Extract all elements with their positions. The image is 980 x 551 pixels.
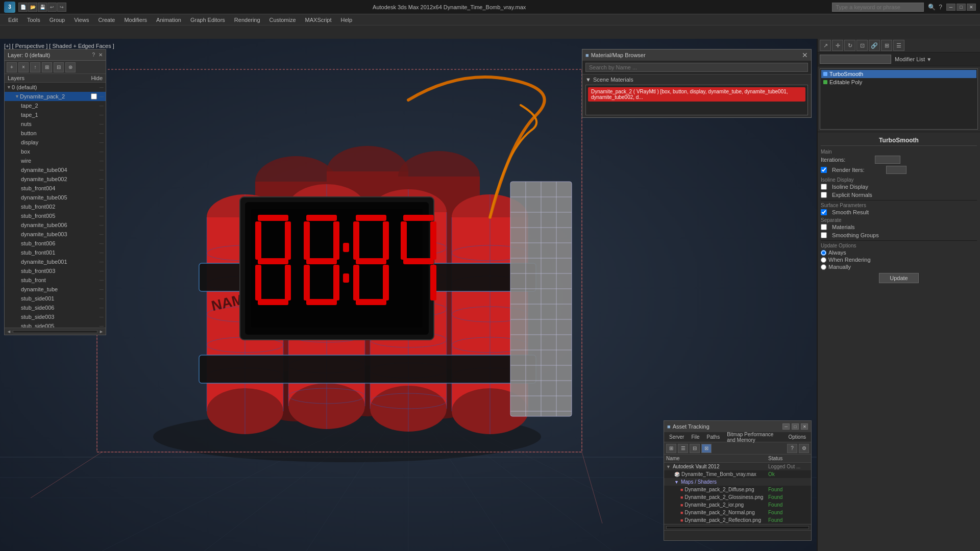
layer-item-dt[interactable]: dynamite_tube ··· bbox=[5, 285, 106, 294]
layer-item-sf003[interactable]: stub_front003 ··· bbox=[5, 266, 106, 276]
layer-item-wire[interactable]: wire ··· bbox=[5, 156, 106, 165]
mat-entry[interactable]: Dynamite_pack_2 ( VRayMtl ) [box, button… bbox=[588, 87, 805, 102]
at-settings-icon[interactable]: ⚙ bbox=[799, 444, 809, 453]
at-file-glossiness[interactable]: ■ Dynamite_pack_2_Glossiness.png Found bbox=[664, 493, 811, 501]
rp-move-icon[interactable]: ✛ bbox=[832, 40, 843, 51]
menu-modifiers[interactable]: Modifiers bbox=[120, 14, 151, 25]
layer-item-dt004[interactable]: dynamite_tube004 ··· bbox=[5, 165, 106, 174]
layers-move-up-button[interactable]: ↑ bbox=[30, 62, 40, 72]
layers-close-icon[interactable]: ✕ bbox=[99, 52, 103, 58]
at-help-icon[interactable]: ? bbox=[787, 444, 797, 453]
layer-item-dt003[interactable]: dynamite_tube003 ··· bbox=[5, 230, 106, 239]
layer-item-box[interactable]: box ··· bbox=[5, 147, 106, 156]
modifier-dropdown-arrow[interactable]: ▼ bbox=[926, 57, 932, 62]
rp-scale-icon[interactable]: ⊡ bbox=[856, 40, 868, 51]
toolbar-open[interactable]: 📂 bbox=[28, 3, 37, 12]
layers-help-icon[interactable]: ? bbox=[92, 52, 95, 58]
ts-materials-checkbox[interactable] bbox=[821, 224, 827, 230]
layer-item-sf002[interactable]: stub_front002 ··· bbox=[5, 202, 106, 211]
modifier-item-turbosmooth[interactable]: TurboSmooth bbox=[821, 70, 976, 78]
at-btn-4[interactable]: ⊠ bbox=[701, 444, 712, 453]
at-menu-file[interactable]: File bbox=[688, 434, 702, 440]
ts-always-radio[interactable] bbox=[821, 250, 826, 256]
menu-animation[interactable]: Animation bbox=[152, 14, 185, 25]
keyword-search-input[interactable] bbox=[832, 3, 924, 12]
at-scrollbar-track[interactable] bbox=[666, 526, 809, 529]
menu-customize[interactable]: Customize bbox=[265, 14, 300, 25]
modifier-item-editablepoly[interactable]: Editable Poly bbox=[821, 78, 976, 86]
toolbar-save[interactable]: 💾 bbox=[38, 3, 47, 12]
layer-item-dynamite-pack[interactable]: ▼ Dynamite_pack_2 ··· bbox=[5, 92, 106, 101]
layers-add-button[interactable]: + bbox=[7, 62, 17, 72]
minimize-button[interactable]: ─ bbox=[946, 4, 955, 11]
layer-item-sf004[interactable]: stub_front004 ··· bbox=[5, 184, 106, 193]
layer-item-sf005[interactable]: stub_front005 ··· bbox=[5, 211, 106, 220]
layer-item-dt001[interactable]: dynamite_tube001 ··· bbox=[5, 257, 106, 266]
layer-item-tape2[interactable]: tape_2 ··· bbox=[5, 101, 106, 110]
ts-when-rendering-radio[interactable] bbox=[821, 257, 826, 263]
at-file-ior[interactable]: ■ Dynamite_pack_2_ior.png Found bbox=[664, 501, 811, 509]
toolbar-redo[interactable]: ↪ bbox=[57, 3, 66, 12]
layer-item-ss001[interactable]: stub_side001 ··· bbox=[5, 294, 106, 303]
maximize-button[interactable]: □ bbox=[957, 4, 966, 11]
at-file-diffuse[interactable]: ■ Dynamite_pack_2_Diffuse.png Found bbox=[664, 486, 811, 493]
mat-browser-close[interactable]: ✕ bbox=[802, 51, 808, 59]
rp-hierarchy-icon[interactable]: ☰ bbox=[893, 40, 904, 51]
rp-rotate-icon[interactable]: ↻ bbox=[844, 40, 855, 51]
menu-graph-editors[interactable]: Graph Editors bbox=[186, 14, 229, 25]
menu-help[interactable]: Help bbox=[337, 14, 357, 25]
layers-delete-button[interactable]: × bbox=[18, 62, 29, 72]
at-maps-header[interactable]: ▼ Maps / Shaders bbox=[664, 478, 811, 486]
layer-item-default[interactable]: ▼ 0 (default) ··· bbox=[5, 83, 106, 92]
help-icon[interactable]: ? bbox=[938, 3, 943, 12]
layers-options-button[interactable]: ⊛ bbox=[65, 62, 76, 72]
at-file-reflection[interactable]: ■ Dynamite_pack_2_Reflection.png Found bbox=[664, 516, 811, 524]
layers-scroll-right[interactable]: ► bbox=[99, 329, 104, 334]
ts-smoothing-groups-checkbox[interactable] bbox=[821, 232, 827, 238]
toolbar-undo[interactable]: ↩ bbox=[47, 3, 57, 12]
ts-update-button[interactable]: Update bbox=[879, 273, 918, 283]
toolbar-new[interactable]: 📄 bbox=[18, 3, 28, 12]
at-btn-3[interactable]: ⊟ bbox=[690, 444, 700, 453]
at-vault-header[interactable]: ▼ Autodesk Vault 2012 Logged Out ... bbox=[664, 463, 811, 470]
menu-rendering[interactable]: Rendering bbox=[230, 14, 264, 25]
at-btn-2[interactable]: ☰ bbox=[678, 444, 688, 453]
menu-tools[interactable]: Tools bbox=[23, 14, 44, 25]
at-file-max[interactable]: 🎲 Dynamite_Time_Bomb_vray.max Ok bbox=[664, 470, 811, 478]
layer-item-sf006[interactable]: stub_front006 ··· bbox=[5, 239, 106, 248]
rp-link-icon[interactable]: 🔗 bbox=[869, 40, 880, 51]
layers-add-selection-button[interactable]: ⊞ bbox=[42, 62, 52, 72]
menu-maxscript[interactable]: MAXScript bbox=[301, 14, 336, 25]
layer-item-ss005[interactable]: stub_side005 ··· bbox=[5, 321, 106, 328]
mat-search-input[interactable] bbox=[585, 63, 808, 72]
menu-edit[interactable]: Edit bbox=[4, 14, 22, 25]
ts-iterations-input[interactable]: 0 bbox=[875, 156, 900, 164]
layer-item-ss003[interactable]: stub_side003 ··· bbox=[5, 312, 106, 321]
rp-bind-icon[interactable]: ⊞ bbox=[881, 40, 892, 51]
search-icon[interactable]: 🔍 bbox=[927, 3, 937, 12]
ts-manually-radio[interactable] bbox=[821, 264, 826, 270]
ts-explicit-normals-checkbox[interactable] bbox=[821, 192, 827, 198]
at-btn-1[interactable]: ⊞ bbox=[666, 444, 676, 453]
layer-item-tape1[interactable]: tape_1 ··· bbox=[5, 110, 106, 119]
ts-isoline-checkbox[interactable] bbox=[821, 184, 827, 190]
layer-item-ss006[interactable]: stub_side006 ··· bbox=[5, 303, 106, 312]
menu-create[interactable]: Create bbox=[94, 14, 119, 25]
layer-item-nuts[interactable]: nuts ··· bbox=[5, 119, 106, 129]
layers-scroll-left[interactable]: ◄ bbox=[7, 329, 11, 334]
at-menu-options[interactable]: Options bbox=[786, 434, 809, 440]
layer-item-sf001[interactable]: stub_front001 ··· bbox=[5, 248, 106, 257]
layer-item-dt006[interactable]: dynamite_tube006 ··· bbox=[5, 220, 106, 230]
layers-select-button[interactable]: ⊟ bbox=[54, 62, 64, 72]
at-menu-paths[interactable]: Paths bbox=[704, 434, 723, 440]
at-file-normal[interactable]: ■ Dynamite_pack_2_Normal.png Found bbox=[664, 509, 811, 516]
close-button[interactable]: ✕ bbox=[967, 4, 976, 11]
menu-group[interactable]: Group bbox=[45, 14, 69, 25]
at-restore-button[interactable]: □ bbox=[792, 423, 799, 430]
layer-item-dt002[interactable]: dynamite_tube002 ··· bbox=[5, 174, 106, 184]
menu-views[interactable]: Views bbox=[70, 14, 93, 25]
at-menu-bitmap[interactable]: Bitmap Performance and Memory bbox=[724, 431, 784, 443]
layer-item-sf[interactable]: stub_front ··· bbox=[5, 276, 106, 285]
layer-item-button[interactable]: button ··· bbox=[5, 129, 106, 138]
at-minimize-button[interactable]: ─ bbox=[782, 423, 790, 430]
